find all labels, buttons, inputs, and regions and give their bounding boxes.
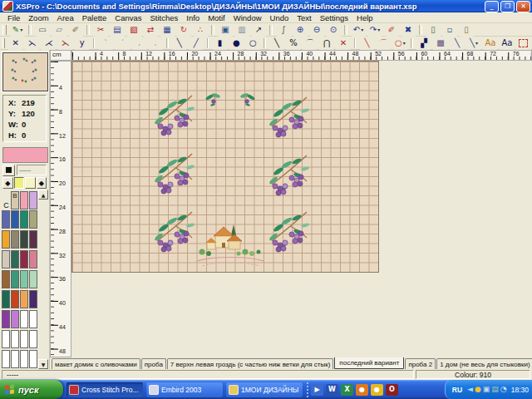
dropdown-arrow-icon[interactable]: ▾ bbox=[403, 40, 406, 46]
pen-button[interactable]: ✐ bbox=[384, 23, 400, 37]
redo-button[interactable]: ↷▾ bbox=[367, 23, 383, 37]
palette-swatch[interactable] bbox=[29, 230, 37, 249]
backstitch-2-button[interactable]: ╱ bbox=[188, 37, 204, 50]
palette-swatch[interactable] bbox=[29, 310, 37, 328]
draw-tool-button[interactable]: ✎▾ bbox=[10, 23, 26, 37]
palette-swatch[interactable] bbox=[29, 191, 37, 209]
edit-points-button[interactable]: ✐ bbox=[68, 23, 84, 37]
menu-motif[interactable]: Motif bbox=[204, 13, 229, 22]
three-quarter-stitch-3-button[interactable]: ⋋ bbox=[57, 37, 73, 50]
design-canvas[interactable] bbox=[71, 61, 379, 273]
toolbar-grip[interactable] bbox=[2, 38, 5, 48]
menu-text[interactable]: Text bbox=[293, 13, 315, 22]
palette-swatch[interactable] bbox=[20, 191, 28, 209]
tray-display-icon[interactable]: ▣ bbox=[483, 386, 490, 393]
menu-palette[interactable]: Palette bbox=[78, 13, 111, 22]
excel-icon[interactable]: X bbox=[341, 384, 353, 396]
three-quarter-stitch-2-button[interactable]: ⋌ bbox=[41, 37, 57, 50]
pattern-button[interactable]: ▦ bbox=[160, 23, 175, 37]
diamond-left-button[interactable]: ◆ bbox=[2, 177, 13, 189]
palette-swatch[interactable] bbox=[11, 290, 19, 308]
palette-swatch[interactable] bbox=[29, 270, 37, 288]
palette-swatch[interactable] bbox=[2, 250, 10, 268]
pattern-tab[interactable]: проба bbox=[141, 358, 166, 369]
long-stitch-button[interactable]: ╲ bbox=[268, 37, 284, 50]
text-large-button[interactable]: Aa bbox=[499, 37, 515, 50]
palette-scroll-down[interactable]: ▼ bbox=[38, 359, 48, 369]
diamond-right-button[interactable]: ◆ bbox=[37, 177, 47, 189]
palette-swatch[interactable] bbox=[20, 210, 28, 229]
motif-figure-button[interactable]: ▞ bbox=[416, 37, 431, 50]
palette-swatch[interactable] bbox=[20, 330, 28, 348]
palette-swatch[interactable] bbox=[11, 310, 19, 328]
curve-red-button[interactable]: ⌒ bbox=[376, 37, 392, 50]
word-icon[interactable]: W bbox=[326, 384, 338, 396]
tray-coin-icon[interactable]: ● bbox=[475, 386, 481, 393]
design-preview[interactable] bbox=[2, 52, 48, 91]
app-coin-icon[interactable]: ● bbox=[371, 384, 383, 396]
circle-red-button[interactable]: ○▾ bbox=[392, 37, 408, 50]
clock[interactable]: 18:30 bbox=[511, 386, 529, 394]
app-red-icon[interactable]: O bbox=[386, 384, 398, 396]
palette-swatch[interactable] bbox=[20, 270, 28, 288]
zoom-actual-button[interactable]: ⊙ bbox=[326, 23, 342, 37]
palette-scroll-up[interactable]: ▲ bbox=[38, 190, 48, 200]
palette-swatch[interactable] bbox=[2, 310, 10, 328]
palette-swatch[interactable] bbox=[20, 230, 28, 249]
restore-button[interactable]: ❐ bbox=[500, 1, 515, 12]
pattern-tab[interactable]: макет домик с оливочками bbox=[52, 358, 140, 369]
motif-image-button[interactable]: ▩ bbox=[432, 37, 448, 50]
three-quarter-stitch-4-button[interactable]: у bbox=[74, 37, 90, 50]
pattern-tab[interactable]: последний вариант bbox=[334, 357, 404, 369]
current-color-swatch[interactable] bbox=[2, 147, 48, 163]
quarter-stitch-2-button[interactable]: ˊ bbox=[115, 37, 131, 50]
tray-back-icon[interactable]: ◄ bbox=[467, 386, 473, 393]
paste-button[interactable]: ▧ bbox=[126, 23, 142, 37]
dropdown-arrow-icon[interactable]: ▾ bbox=[361, 27, 363, 32]
daisy-stitch-button[interactable]: ⋂ bbox=[318, 37, 334, 50]
palette-swatch[interactable] bbox=[29, 250, 37, 268]
undo-button[interactable]: ↶▾ bbox=[351, 23, 367, 37]
dropdown-arrow-icon[interactable]: ▾ bbox=[377, 27, 380, 32]
nodes-button[interactable]: ∴ bbox=[193, 23, 209, 37]
swap-button[interactable]: ⇄ bbox=[143, 23, 159, 37]
page-button[interactable]: ▫ bbox=[442, 23, 458, 37]
palette-swatch[interactable] bbox=[2, 270, 10, 288]
menu-undo[interactable]: Undo bbox=[266, 13, 293, 22]
solid-color-button[interactable] bbox=[2, 165, 15, 176]
bead-outline-button[interactable]: ○ bbox=[245, 37, 261, 50]
pattern-tab[interactable]: 1 дом (не весь для стыковки) bbox=[436, 358, 532, 369]
taskbar-task[interactable]: Embird 2003 bbox=[146, 382, 223, 397]
palette-swatch[interactable] bbox=[11, 270, 19, 288]
pattern-tab[interactable]: проба 2 bbox=[405, 358, 436, 369]
palette-swatch[interactable] bbox=[2, 230, 10, 249]
media-player-icon[interactable]: ▶ bbox=[311, 384, 323, 396]
curve-stitch-button[interactable]: ⌒ bbox=[302, 37, 318, 50]
export-button[interactable]: ↗ bbox=[251, 23, 267, 37]
palette-swatch[interactable] bbox=[20, 310, 28, 328]
palette-swatch[interactable] bbox=[2, 330, 10, 348]
page-copy-button[interactable]: ▯ bbox=[426, 23, 441, 37]
menu-stitches[interactable]: Stitches bbox=[145, 13, 182, 22]
palette-swatch[interactable] bbox=[2, 290, 10, 308]
pale-color-button[interactable] bbox=[25, 177, 36, 189]
toolbar-grip[interactable] bbox=[2, 25, 7, 35]
marquee-button[interactable] bbox=[515, 37, 531, 50]
thick-line-2-button[interactable]: ╲▾ bbox=[466, 37, 481, 50]
dropdown-arrow-icon[interactable]: ▾ bbox=[475, 40, 478, 46]
quarter-stitch-3-button[interactable]: ˏ bbox=[131, 37, 147, 50]
floss-button[interactable]: ∫ bbox=[276, 23, 292, 37]
palette-swatch[interactable] bbox=[20, 250, 28, 268]
backstitch-1-button[interactable]: ╲ bbox=[171, 37, 187, 50]
monitor-view-button[interactable]: ▣ bbox=[218, 23, 234, 37]
taskbar-task[interactable]: Cross Stitch Pro... bbox=[66, 382, 143, 397]
lasso-select-button[interactable]: ▱ bbox=[52, 23, 67, 37]
zoom-in-button[interactable]: ⊕ bbox=[293, 23, 308, 37]
menu-file[interactable]: File bbox=[3, 13, 24, 22]
menu-help[interactable]: Help bbox=[352, 13, 377, 22]
palette-swatch[interactable] bbox=[29, 290, 37, 308]
menu-zoom[interactable]: Zoom bbox=[24, 13, 52, 22]
minimize-button[interactable]: _ bbox=[485, 1, 499, 12]
dropdown-arrow-icon[interactable]: ▾ bbox=[20, 27, 22, 32]
straight-red-button[interactable]: ╲ bbox=[359, 37, 375, 50]
